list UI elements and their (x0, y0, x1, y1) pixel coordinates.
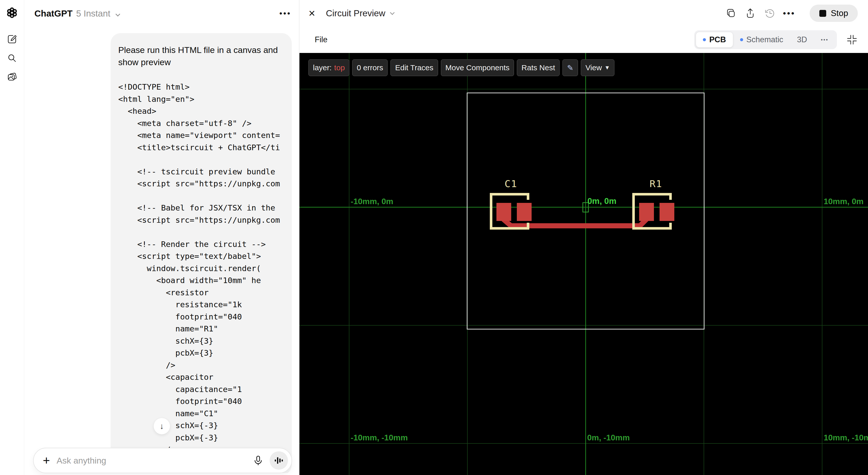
bottom-mask (24, 473, 299, 475)
dictate-button[interactable] (252, 455, 264, 466)
chat-column: ChatGPT 5 Instant ••• Please run this HT… (24, 0, 299, 475)
arrow-down-icon: ↓ (160, 421, 164, 431)
copy-icon (725, 7, 737, 19)
pencil-tool-button[interactable]: ✎ (562, 59, 578, 76)
blue-dot-icon (703, 38, 706, 41)
tab-3d[interactable]: 3D (790, 32, 814, 47)
file-menu[interactable]: File (315, 35, 328, 44)
microphone-icon (252, 455, 264, 466)
tab-3d-label: 3D (797, 35, 807, 44)
tab-pcb[interactable]: PCB (696, 32, 733, 47)
layer-button[interactable]: layer: top (308, 59, 349, 76)
coord-label-origin: 0m, 0m (587, 196, 617, 206)
user-message-text: Please run this HTML file in a canvas an… (118, 44, 284, 68)
copy-button[interactable] (725, 7, 737, 19)
canvas-header-actions: ••• Stop (725, 5, 858, 22)
tabs-more-button[interactable]: ••• (814, 32, 835, 47)
composer: + (33, 448, 292, 473)
waveform-icon (274, 455, 284, 466)
chat-header: ChatGPT 5 Instant ••• (24, 0, 299, 27)
pcb-scene (300, 53, 868, 475)
close-canvas-button[interactable]: × (309, 8, 315, 19)
chevron-down-icon (116, 12, 120, 16)
model-switcher[interactable]: ChatGPT 5 Instant (34, 8, 119, 19)
search-icon (6, 53, 18, 64)
layer-label: layer: (313, 63, 332, 72)
chat-input[interactable] (57, 456, 252, 466)
pencil-square-icon (6, 34, 18, 45)
coord-label-left-bottom: -10mm, -10mm (351, 433, 408, 442)
user-message-bubble: Please run this HTML file in a canvas an… (111, 33, 292, 475)
canvas-header: × Circuit Preview (300, 0, 868, 27)
collapse-fullscreen-button[interactable] (846, 34, 858, 45)
pcb-canvas[interactable]: layer: top 0 errors Edit Traces Move Com… (300, 53, 868, 475)
openai-logo[interactable] (6, 7, 18, 19)
chat-more-button[interactable]: ••• (279, 9, 291, 18)
attach-button[interactable]: + (43, 454, 50, 467)
caret-down-icon: ▼ (604, 64, 610, 71)
app-root: ChatGPT 5 Instant ••• Please run this HT… (0, 0, 868, 475)
coord-label-right-bottom: 10mm, -10mm (824, 433, 868, 442)
history-button[interactable] (764, 7, 775, 19)
component-label-r1: R1 (650, 178, 662, 190)
photos-icon (6, 71, 18, 82)
tab-schematic-label: Schematic (746, 35, 783, 44)
edit-traces-button[interactable]: Edit Traces (391, 59, 438, 76)
component-label-c1: C1 (504, 178, 517, 190)
stop-label: Stop (831, 8, 848, 18)
search-button[interactable] (6, 52, 18, 64)
scroll-to-bottom-button[interactable]: ↓ (153, 418, 170, 435)
share-button[interactable] (744, 7, 756, 19)
share-icon (744, 7, 756, 19)
library-button[interactable] (6, 71, 18, 83)
pcb-toolbar: layer: top 0 errors Edit Traces Move Com… (308, 59, 614, 76)
coord-label-left-mid: -10mm, 0m (351, 197, 393, 206)
voice-mode-button[interactable] (270, 451, 288, 470)
canvas-title-dropdown[interactable]: Circuit Preview (326, 8, 393, 18)
canvas-panel: × Circuit Preview (299, 0, 868, 475)
chevron-down-icon (390, 10, 395, 15)
openai-logo-icon (6, 7, 18, 18)
app-title: ChatGPT (34, 8, 73, 19)
sidebar (0, 0, 24, 475)
canvas-more-button[interactable]: ••• (783, 9, 796, 18)
stop-button[interactable]: Stop (810, 5, 858, 22)
view-label: View (585, 63, 602, 72)
canvas-title: Circuit Preview (326, 8, 385, 18)
tab-pcb-label: PCB (709, 35, 726, 44)
blue-dot-icon (740, 38, 743, 41)
move-components-button[interactable]: Move Components (441, 59, 514, 76)
code-block: <!DOCTYPE html> <html lang="en"> <head> … (118, 81, 284, 456)
coord-label-right-mid: 10mm, 0m (824, 197, 864, 206)
view-dropdown-button[interactable]: View ▼ (581, 59, 614, 76)
layer-value: top (334, 63, 345, 72)
collapse-icon (846, 34, 858, 45)
errors-button[interactable]: 0 errors (352, 59, 388, 76)
model-name: 5 Instant (76, 8, 110, 19)
stop-square-icon (819, 10, 826, 17)
coord-label-center-bottom: 0m, -10mm (587, 433, 630, 442)
history-icon (764, 7, 775, 19)
pencil-icon: ✎ (567, 63, 574, 72)
canvas-menubar: File PCB Schematic 3D ••• (300, 27, 868, 53)
view-tabs: PCB Schematic 3D ••• (694, 30, 837, 49)
new-chat-button[interactable] (6, 33, 18, 45)
rats-nest-button[interactable]: Rats Nest (517, 59, 560, 76)
tab-schematic[interactable]: Schematic (733, 32, 790, 47)
